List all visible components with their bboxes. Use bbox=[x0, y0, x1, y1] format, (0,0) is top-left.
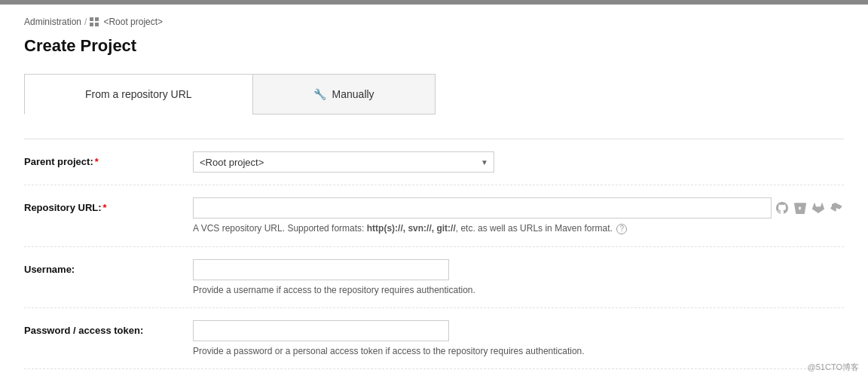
repo-url-wrapper bbox=[193, 197, 844, 219]
username-label: Username: bbox=[24, 259, 175, 275]
tab-from-url[interactable]: From a repository URL bbox=[24, 74, 252, 115]
password-input[interactable] bbox=[193, 320, 449, 341]
gitlab-icon bbox=[811, 200, 826, 215]
repository-url-control: A VCS repository URL. Supported formats:… bbox=[193, 197, 844, 234]
password-control: Provide a password or a personal access … bbox=[193, 320, 844, 356]
parent-project-required: * bbox=[95, 156, 99, 167]
username-input[interactable] bbox=[193, 259, 449, 280]
github-icon bbox=[775, 200, 790, 215]
form-row-parent-project: Parent project:* <Root project> ▼ bbox=[24, 139, 844, 185]
username-control: Provide a username if access to the repo… bbox=[193, 259, 844, 295]
password-hint: Provide a password or a personal access … bbox=[193, 346, 844, 356]
bitbucket-icon bbox=[793, 200, 808, 215]
parent-project-label: Parent project:* bbox=[24, 151, 175, 167]
password-label: Password / access token: bbox=[24, 320, 175, 336]
form-row-username: Username: Provide a username if access t… bbox=[24, 247, 844, 308]
tab-row: From a repository URL 🔧 Manually bbox=[24, 74, 844, 115]
grid-icon bbox=[90, 17, 99, 26]
svg-rect-2 bbox=[90, 23, 93, 26]
form-section: Parent project:* <Root project> ▼ Reposi… bbox=[24, 139, 844, 369]
username-hint: Provide a username if access to the repo… bbox=[193, 285, 844, 295]
azure-devops-icon bbox=[829, 200, 844, 215]
svg-rect-3 bbox=[95, 23, 99, 26]
parent-project-select-wrapper: <Root project> ▼ bbox=[193, 151, 494, 173]
form-row-password: Password / access token: Provide a passw… bbox=[24, 308, 844, 369]
page-container: Administration / <Root project> Create P… bbox=[0, 5, 868, 382]
repository-url-required: * bbox=[103, 202, 107, 213]
tab-manually-label: Manually bbox=[332, 88, 374, 100]
tab-from-url-label: From a repository URL bbox=[85, 88, 192, 100]
repository-url-input[interactable] bbox=[193, 197, 772, 219]
watermark: @51CTO博客 bbox=[808, 362, 859, 373]
form-row-repository-url: Repository URL:* bbox=[24, 185, 844, 247]
svg-rect-0 bbox=[90, 17, 93, 21]
breadcrumb-sep: / bbox=[84, 17, 87, 27]
wrench-icon: 🔧 bbox=[313, 88, 326, 100]
breadcrumb-admin[interactable]: Administration bbox=[24, 17, 81, 27]
breadcrumb-root-project[interactable]: <Root project> bbox=[103, 17, 163, 27]
help-icon[interactable]: ? bbox=[616, 224, 627, 234]
breadcrumb: Administration / <Root project> bbox=[24, 17, 844, 27]
vcs-icons bbox=[775, 200, 844, 215]
actions: Proceed bbox=[24, 369, 844, 382]
page-title: Create Project bbox=[24, 36, 844, 56]
repository-url-label: Repository URL:* bbox=[24, 197, 175, 213]
repo-url-hint: A VCS repository URL. Supported formats:… bbox=[193, 223, 844, 234]
parent-project-control: <Root project> ▼ bbox=[193, 151, 844, 173]
tab-manually[interactable]: 🔧 Manually bbox=[252, 74, 436, 115]
svg-rect-1 bbox=[95, 17, 99, 21]
parent-project-select[interactable]: <Root project> bbox=[193, 151, 494, 173]
